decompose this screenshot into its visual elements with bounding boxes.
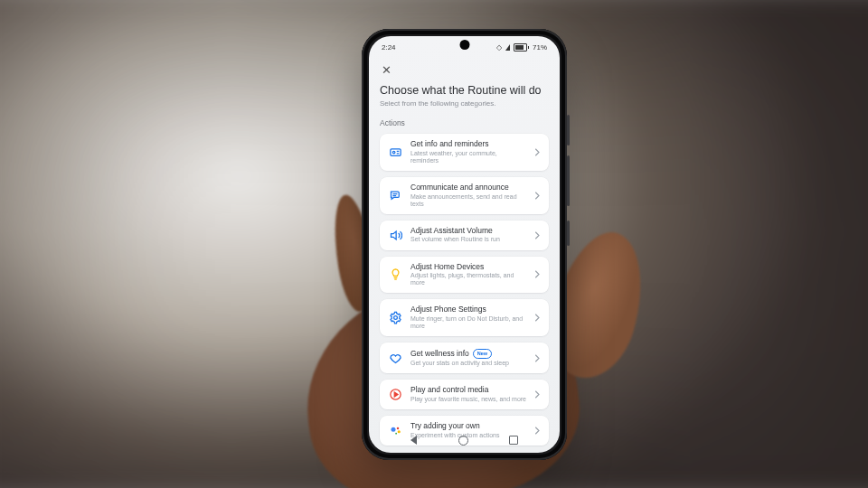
svg-point-6	[393, 316, 397, 320]
page-subtitle: Select from the following categories.	[380, 99, 549, 108]
action-desc: Make announcements, send and read texts	[410, 193, 526, 208]
phone-screen: 2:24 ◇ 71% ✕ Choose what the Routine wil…	[369, 36, 560, 453]
play-icon	[388, 388, 402, 402]
volume-icon	[388, 228, 402, 242]
action-title: Get wellness infoNew	[410, 349, 526, 359]
action-title: Play and control media	[410, 386, 526, 395]
chevron-right-icon	[534, 314, 541, 322]
phone-volume-button	[567, 155, 570, 206]
action-title: Get info and reminders	[410, 140, 526, 149]
battery-percent: 71%	[533, 43, 547, 52]
action-title: Adjust Home Devices	[410, 263, 526, 272]
action-title: Adjust Phone Settings	[410, 305, 526, 314]
phone-frame: 2:24 ◇ 71% ✕ Choose what the Routine wil…	[362, 29, 567, 460]
action-desc: Adjust lights, plugs, thermostats, and m…	[410, 272, 526, 286]
action-card-info[interactable]: Get info and reminders Latest weather, y…	[380, 134, 549, 171]
action-card-communicate[interactable]: Communicate and announce Make announceme…	[380, 177, 549, 214]
id-card-icon	[388, 145, 402, 159]
new-badge: New	[473, 349, 492, 359]
chevron-right-icon	[534, 231, 541, 239]
action-desc: Get your stats on activity and sleep	[410, 360, 526, 367]
svg-point-1	[392, 151, 395, 154]
android-nav-bar	[369, 432, 560, 448]
action-title: Try adding your own	[410, 422, 526, 431]
signal-icon	[505, 44, 510, 51]
wifi-icon: ◇	[496, 43, 502, 52]
action-desc: Latest weather, your commute, reminders	[410, 150, 526, 164]
page-title: Choose what the Routine will do	[380, 84, 549, 97]
action-card-media[interactable]: Play and control media Play your favorit…	[380, 380, 549, 409]
svg-point-9	[396, 427, 399, 430]
chevron-right-icon	[534, 390, 541, 399]
battery-icon	[514, 43, 529, 52]
close-icon[interactable]: ✕	[380, 62, 393, 78]
status-time: 2:24	[382, 43, 396, 52]
section-header-actions: Actions	[380, 118, 549, 127]
camera-punch-hole	[459, 40, 469, 50]
nav-home-button[interactable]	[458, 436, 468, 446]
chevron-right-icon	[534, 354, 541, 362]
status-right-cluster: ◇ 71%	[496, 43, 547, 52]
action-desc: Mute ringer, turn on Do Not Disturb, and…	[410, 315, 526, 330]
nav-back-button[interactable]	[410, 436, 417, 445]
chevron-right-icon	[534, 148, 541, 156]
action-desc: Set volume when Routine is run	[410, 236, 526, 243]
action-card-wellness[interactable]: Get wellness infoNew Get your stats on a…	[380, 343, 549, 373]
chevron-right-icon	[534, 192, 541, 200]
action-card-volume[interactable]: Adjust Assistant Volume Set volume when …	[380, 221, 549, 250]
phone-side-button	[567, 221, 570, 246]
action-title: Adjust Assistant Volume	[410, 227, 526, 236]
settings-icon	[388, 311, 402, 325]
action-desc: Play your favorite music, news, and more	[410, 396, 526, 403]
action-card-home-devices[interactable]: Adjust Home Devices Adjust lights, plugs…	[380, 257, 549, 294]
chevron-right-icon	[534, 270, 541, 278]
lightbulb-icon	[388, 267, 402, 282]
phone-power-button	[567, 115, 570, 145]
heart-icon	[388, 351, 402, 365]
nav-recent-button[interactable]	[509, 436, 518, 445]
chat-icon	[388, 188, 402, 202]
app-content: ✕ Choose what the Routine will do Select…	[369, 56, 560, 446]
action-card-phone-settings[interactable]: Adjust Phone Settings Mute ringer, turn …	[380, 299, 549, 336]
action-title: Communicate and announce	[410, 183, 526, 192]
